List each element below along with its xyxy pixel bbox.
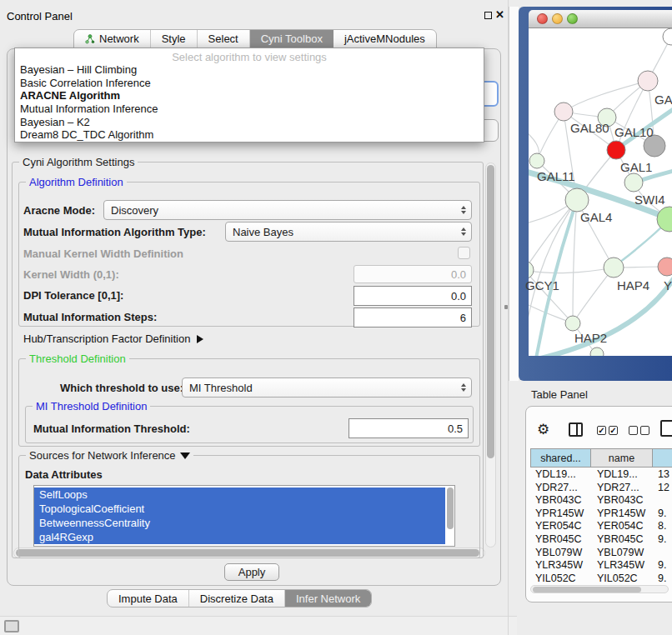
table-cell[interactable]: YPR145W — [597, 508, 645, 519]
menu-item-bayesian-hill-climbing[interactable]: Bayesian – Hill Climbing — [15, 63, 484, 77]
table-cell[interactable]: YBR043C — [535, 494, 582, 506]
node-salmon[interactable] — [658, 258, 672, 276]
node-label-cut-gal: GAL — [654, 92, 672, 107]
list-item[interactable]: BetweennessCentrality — [34, 516, 445, 530]
table-cell[interactable]: YER054C — [535, 520, 582, 532]
which-threshold-select[interactable]: MI Threshold — [182, 378, 472, 398]
table-cell[interactable]: 9. — [658, 533, 666, 545]
data-attributes-list[interactable]: SelfLoops TopologicalCoefficient Between… — [33, 485, 455, 547]
node[interactable] — [663, 28, 672, 45]
data-attributes-label: Data Attributes — [25, 468, 103, 481]
menu-item-mutual-information[interactable]: Mutual Information Inference — [15, 102, 484, 116]
checkbox-checked-icon[interactable]: ✓ — [609, 426, 618, 435]
table-cell[interactable]: YDL19... — [597, 468, 638, 480]
table-cell[interactable]: 8. — [658, 520, 666, 532]
vertical-scrollbar-thumb[interactable] — [487, 165, 494, 458]
table-cell[interactable]: YDL19... — [535, 468, 576, 480]
columns-icon[interactable] — [569, 422, 583, 437]
checkbox-unchecked-icon[interactable] — [629, 426, 638, 435]
node-gal4[interactable] — [565, 188, 589, 212]
table-cell[interactable]: YPR145W — [535, 508, 584, 519]
list-item[interactable]: TopologicalCoefficient — [34, 502, 445, 516]
list-scrollbar-thumb[interactable] — [447, 488, 454, 529]
table-cell[interactable]: YBL079W — [535, 547, 582, 558]
dpi-tolerance-field[interactable]: 0.0 — [354, 286, 472, 306]
tab-infer-network[interactable]: Infer Network — [285, 590, 371, 607]
close-traffic-icon[interactable] — [537, 13, 548, 24]
menu-item-aracne[interactable]: ARACNE Algorithm — [15, 89, 484, 102]
network-window-titlebar[interactable] — [529, 10, 672, 28]
table-cell[interactable]: 9. — [658, 559, 666, 571]
mi-threshold-label: Mutual Information Threshold: — [33, 422, 190, 435]
table-cell[interactable]: 9. — [658, 508, 666, 519]
minimize-traffic-icon[interactable] — [552, 13, 563, 24]
node-hap4[interactable] — [604, 258, 624, 278]
node-label-hap4: HAP4 — [617, 278, 649, 292]
vertical-scrollbar[interactable] — [485, 162, 496, 548]
node-selected-red[interactable] — [607, 141, 625, 159]
node-gal11[interactable] — [529, 153, 544, 168]
tab-style[interactable]: Style — [151, 30, 198, 48]
table-cell[interactable]: YDR27... — [597, 482, 639, 493]
tab-network[interactable]: Network — [74, 30, 151, 48]
close-icon[interactable]: ✕ — [495, 8, 504, 21]
sources-group-title[interactable]: Sources for Network Inference — [26, 449, 193, 462]
aracne-mode-select[interactable]: Discovery — [103, 200, 472, 220]
dock-panel-icon[interactable] — [4, 620, 19, 632]
zoom-traffic-icon[interactable] — [567, 13, 578, 24]
apply-button[interactable]: Apply — [224, 563, 279, 581]
dpi-tolerance-label: DPI Tolerance [0,1]: — [23, 289, 123, 302]
table-cell[interactable]: 13 — [658, 468, 669, 480]
table-cell[interactable]: YIL052C — [535, 572, 576, 583]
manual-kernel-width-checkbox[interactable] — [458, 247, 470, 259]
node-gal7[interactable] — [638, 71, 658, 91]
kernel-width-field[interactable]: 0.0 — [354, 265, 472, 283]
menu-item-basic-correlation[interactable]: Basic Correlation Inference — [15, 77, 484, 90]
hub-definition-toggle[interactable]: Hub/Transcription Factor Definition — [23, 332, 203, 345]
table-horizontal-scrollbar[interactable] — [530, 585, 669, 593]
new-table-icon[interactable] — [660, 420, 672, 437]
menu-item-bayesian-k2[interactable]: Bayesian – K2 — [15, 116, 484, 129]
stepper-icon — [461, 228, 466, 236]
tab-select[interactable]: Select — [198, 30, 250, 48]
table-cell[interactable]: YLR345W — [535, 559, 583, 571]
table-cell[interactable]: YIL052C — [597, 572, 638, 583]
mi-steps-field[interactable]: 6 — [354, 308, 472, 328]
table-body[interactable]: YDL19... YDL19... 13 YDR27... YDR27... 1… — [525, 467, 672, 583]
tab-label: Discretize Data — [200, 592, 273, 605]
table-cell[interactable]: 12 — [658, 482, 669, 493]
node-gal1[interactable] — [624, 173, 643, 192]
table-cell[interactable]: YBR045C — [535, 533, 582, 545]
table-cell[interactable]: YBR043C — [597, 494, 644, 506]
float-window-icon[interactable] — [484, 12, 492, 19]
table-cell[interactable]: YBL079W — [597, 547, 644, 558]
table-cell[interactable]: YDR27... — [535, 482, 578, 493]
column-header-shared-name[interactable]: shared... — [530, 448, 591, 468]
list-item[interactable]: gal4RGexp — [34, 530, 445, 544]
mi-steps-label: Mutual Information Steps: — [23, 311, 157, 323]
tab-discretize-data[interactable]: Discretize Data — [189, 590, 285, 607]
checkbox-checked-icon[interactable]: ✓ — [597, 426, 606, 435]
checkbox-unchecked-icon[interactable] — [640, 426, 649, 435]
mi-threshold-field[interactable]: 0.5 — [349, 418, 469, 438]
table-scrollbar-thumb[interactable] — [533, 587, 641, 592]
table-cell[interactable]: YER054C — [597, 520, 644, 532]
tab-impute-data[interactable]: Impute Data — [108, 590, 189, 607]
mi-algorithm-type-select[interactable]: Naive Bayes — [225, 222, 472, 242]
node-hap2[interactable] — [565, 316, 580, 331]
tab-label: Select — [208, 32, 238, 45]
tab-cyni-toolbox[interactable]: Cyni Toolbox — [250, 30, 333, 48]
table-panel-title: Table Panel — [531, 388, 588, 401]
column-header-cut[interactable] — [652, 448, 672, 468]
column-header-name[interactable]: name — [590, 448, 653, 468]
splitter-grip[interactable] — [504, 305, 508, 309]
node-gcy1[interactable] — [529, 261, 534, 279]
list-item[interactable]: SelfLoops — [34, 488, 445, 502]
table-cell[interactable]: YBR045C — [597, 533, 644, 545]
table-cell[interactable]: 9. — [658, 572, 666, 583]
tab-jactivemnodules[interactable]: jActiveMNodules — [333, 30, 436, 48]
node-gal80[interactable] — [554, 102, 573, 121]
gear-icon[interactable]: ⚙ — [537, 421, 549, 438]
menu-item-dream8[interactable]: Dream8 DC_TDC Algorithm — [15, 128, 484, 142]
table-cell[interactable]: YLR345W — [597, 559, 644, 571]
